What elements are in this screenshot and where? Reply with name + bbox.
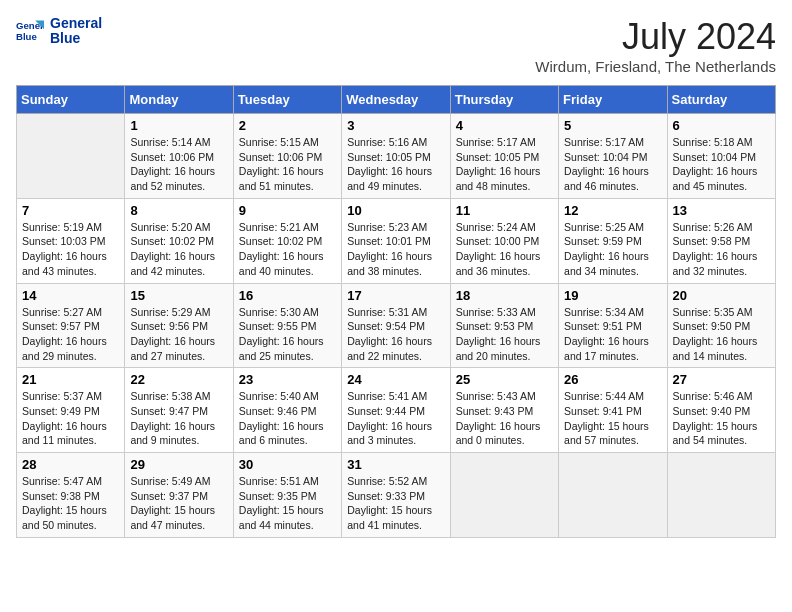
weekday-header-friday: Friday: [559, 86, 667, 114]
calendar-cell: 20Sunrise: 5:35 AM Sunset: 9:50 PM Dayli…: [667, 283, 775, 368]
day-info: Sunrise: 5:31 AM Sunset: 9:54 PM Dayligh…: [347, 305, 444, 364]
calendar-cell: 10Sunrise: 5:23 AM Sunset: 10:01 PM Dayl…: [342, 198, 450, 283]
calendar-cell: 13Sunrise: 5:26 AM Sunset: 9:58 PM Dayli…: [667, 198, 775, 283]
day-number: 28: [22, 457, 119, 472]
calendar-cell: 12Sunrise: 5:25 AM Sunset: 9:59 PM Dayli…: [559, 198, 667, 283]
day-number: 30: [239, 457, 336, 472]
day-info: Sunrise: 5:21 AM Sunset: 10:02 PM Daylig…: [239, 220, 336, 279]
day-number: 14: [22, 288, 119, 303]
day-info: Sunrise: 5:24 AM Sunset: 10:00 PM Daylig…: [456, 220, 553, 279]
day-info: Sunrise: 5:20 AM Sunset: 10:02 PM Daylig…: [130, 220, 227, 279]
day-info: Sunrise: 5:30 AM Sunset: 9:55 PM Dayligh…: [239, 305, 336, 364]
day-info: Sunrise: 5:52 AM Sunset: 9:33 PM Dayligh…: [347, 474, 444, 533]
day-number: 4: [456, 118, 553, 133]
calendar-cell: 21Sunrise: 5:37 AM Sunset: 9:49 PM Dayli…: [17, 368, 125, 453]
day-info: Sunrise: 5:18 AM Sunset: 10:04 PM Daylig…: [673, 135, 770, 194]
weekday-header-tuesday: Tuesday: [233, 86, 341, 114]
day-number: 19: [564, 288, 661, 303]
calendar-cell: 25Sunrise: 5:43 AM Sunset: 9:43 PM Dayli…: [450, 368, 558, 453]
logo-text-general: General: [50, 16, 102, 31]
day-number: 3: [347, 118, 444, 133]
day-number: 18: [456, 288, 553, 303]
calendar-cell: 7Sunrise: 5:19 AM Sunset: 10:03 PM Dayli…: [17, 198, 125, 283]
day-info: Sunrise: 5:23 AM Sunset: 10:01 PM Daylig…: [347, 220, 444, 279]
day-number: 13: [673, 203, 770, 218]
calendar-week-1: 1Sunrise: 5:14 AM Sunset: 10:06 PM Dayli…: [17, 114, 776, 199]
calendar-cell: 15Sunrise: 5:29 AM Sunset: 9:56 PM Dayli…: [125, 283, 233, 368]
weekday-header-saturday: Saturday: [667, 86, 775, 114]
logo-text-blue: Blue: [50, 31, 102, 46]
day-number: 6: [673, 118, 770, 133]
weekday-header-monday: Monday: [125, 86, 233, 114]
calendar-cell: 4Sunrise: 5:17 AM Sunset: 10:05 PM Dayli…: [450, 114, 558, 199]
calendar-cell: 23Sunrise: 5:40 AM Sunset: 9:46 PM Dayli…: [233, 368, 341, 453]
calendar-cell: 29Sunrise: 5:49 AM Sunset: 9:37 PM Dayli…: [125, 453, 233, 538]
svg-text:Blue: Blue: [16, 31, 37, 42]
day-number: 25: [456, 372, 553, 387]
day-number: 1: [130, 118, 227, 133]
logo-icon: General Blue: [16, 17, 44, 45]
day-info: Sunrise: 5:17 AM Sunset: 10:04 PM Daylig…: [564, 135, 661, 194]
day-number: 9: [239, 203, 336, 218]
day-number: 31: [347, 457, 444, 472]
day-number: 24: [347, 372, 444, 387]
day-number: 17: [347, 288, 444, 303]
calendar-week-2: 7Sunrise: 5:19 AM Sunset: 10:03 PM Dayli…: [17, 198, 776, 283]
calendar-cell: 27Sunrise: 5:46 AM Sunset: 9:40 PM Dayli…: [667, 368, 775, 453]
calendar-cell: 6Sunrise: 5:18 AM Sunset: 10:04 PM Dayli…: [667, 114, 775, 199]
calendar-cell: 24Sunrise: 5:41 AM Sunset: 9:44 PM Dayli…: [342, 368, 450, 453]
weekday-header-wednesday: Wednesday: [342, 86, 450, 114]
month-year-title: July 2024: [535, 16, 776, 58]
weekday-header-thursday: Thursday: [450, 86, 558, 114]
day-number: 11: [456, 203, 553, 218]
day-info: Sunrise: 5:41 AM Sunset: 9:44 PM Dayligh…: [347, 389, 444, 448]
day-info: Sunrise: 5:51 AM Sunset: 9:35 PM Dayligh…: [239, 474, 336, 533]
calendar-cell: 11Sunrise: 5:24 AM Sunset: 10:00 PM Dayl…: [450, 198, 558, 283]
day-info: Sunrise: 5:35 AM Sunset: 9:50 PM Dayligh…: [673, 305, 770, 364]
calendar-week-4: 21Sunrise: 5:37 AM Sunset: 9:49 PM Dayli…: [17, 368, 776, 453]
day-number: 21: [22, 372, 119, 387]
calendar-cell: 8Sunrise: 5:20 AM Sunset: 10:02 PM Dayli…: [125, 198, 233, 283]
day-info: Sunrise: 5:15 AM Sunset: 10:06 PM Daylig…: [239, 135, 336, 194]
day-number: 2: [239, 118, 336, 133]
calendar-cell: 31Sunrise: 5:52 AM Sunset: 9:33 PM Dayli…: [342, 453, 450, 538]
day-number: 15: [130, 288, 227, 303]
day-number: 5: [564, 118, 661, 133]
weekday-header-row: SundayMondayTuesdayWednesdayThursdayFrid…: [17, 86, 776, 114]
day-info: Sunrise: 5:40 AM Sunset: 9:46 PM Dayligh…: [239, 389, 336, 448]
day-number: 8: [130, 203, 227, 218]
day-number: 12: [564, 203, 661, 218]
calendar-cell: 3Sunrise: 5:16 AM Sunset: 10:05 PM Dayli…: [342, 114, 450, 199]
day-info: Sunrise: 5:29 AM Sunset: 9:56 PM Dayligh…: [130, 305, 227, 364]
calendar-cell: 26Sunrise: 5:44 AM Sunset: 9:41 PM Dayli…: [559, 368, 667, 453]
day-info: Sunrise: 5:38 AM Sunset: 9:47 PM Dayligh…: [130, 389, 227, 448]
day-info: Sunrise: 5:37 AM Sunset: 9:49 PM Dayligh…: [22, 389, 119, 448]
calendar-cell: 17Sunrise: 5:31 AM Sunset: 9:54 PM Dayli…: [342, 283, 450, 368]
calendar-cell: 1Sunrise: 5:14 AM Sunset: 10:06 PM Dayli…: [125, 114, 233, 199]
day-info: Sunrise: 5:43 AM Sunset: 9:43 PM Dayligh…: [456, 389, 553, 448]
day-info: Sunrise: 5:14 AM Sunset: 10:06 PM Daylig…: [130, 135, 227, 194]
day-number: 27: [673, 372, 770, 387]
calendar-cell: 18Sunrise: 5:33 AM Sunset: 9:53 PM Dayli…: [450, 283, 558, 368]
title-block: July 2024 Wirdum, Friesland, The Netherl…: [535, 16, 776, 75]
logo: General Blue General Blue: [16, 16, 102, 47]
weekday-header-sunday: Sunday: [17, 86, 125, 114]
calendar-cell: [559, 453, 667, 538]
day-number: 29: [130, 457, 227, 472]
day-info: Sunrise: 5:16 AM Sunset: 10:05 PM Daylig…: [347, 135, 444, 194]
location-subtitle: Wirdum, Friesland, The Netherlands: [535, 58, 776, 75]
calendar-table: SundayMondayTuesdayWednesdayThursdayFrid…: [16, 85, 776, 538]
page-header: General Blue General Blue July 2024 Wird…: [16, 16, 776, 75]
day-number: 10: [347, 203, 444, 218]
day-info: Sunrise: 5:46 AM Sunset: 9:40 PM Dayligh…: [673, 389, 770, 448]
day-info: Sunrise: 5:33 AM Sunset: 9:53 PM Dayligh…: [456, 305, 553, 364]
calendar-cell: 30Sunrise: 5:51 AM Sunset: 9:35 PM Dayli…: [233, 453, 341, 538]
day-info: Sunrise: 5:25 AM Sunset: 9:59 PM Dayligh…: [564, 220, 661, 279]
calendar-cell: [17, 114, 125, 199]
day-number: 7: [22, 203, 119, 218]
day-number: 26: [564, 372, 661, 387]
day-info: Sunrise: 5:26 AM Sunset: 9:58 PM Dayligh…: [673, 220, 770, 279]
day-info: Sunrise: 5:34 AM Sunset: 9:51 PM Dayligh…: [564, 305, 661, 364]
calendar-week-3: 14Sunrise: 5:27 AM Sunset: 9:57 PM Dayli…: [17, 283, 776, 368]
day-info: Sunrise: 5:47 AM Sunset: 9:38 PM Dayligh…: [22, 474, 119, 533]
